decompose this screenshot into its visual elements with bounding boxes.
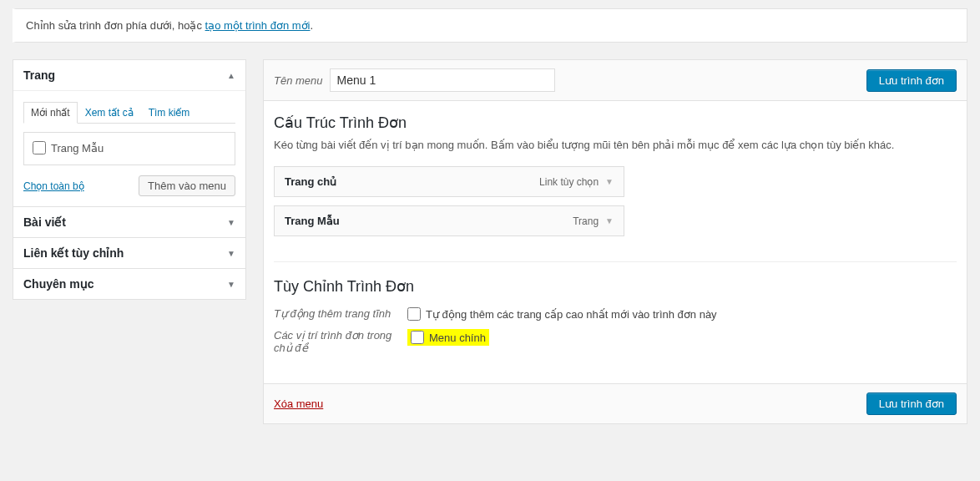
menu-settings: Tùy Chỉnh Trình Đơn Tự động thêm trang t… xyxy=(274,261,957,354)
metabox-header-pages[interactable]: Trang ▲ xyxy=(13,60,245,91)
metabox-title: Trang xyxy=(23,68,55,82)
setting-auto-add: Tự động thêm trang tĩnh Tự động thêm các… xyxy=(274,307,957,321)
menu-footer: Xóa menu Lưu trình đơn xyxy=(264,383,967,423)
metabox-header-posts[interactable]: Bài viết ▼ xyxy=(13,207,245,237)
location-checkbox[interactable] xyxy=(411,331,424,344)
metabox-body-pages: Mới nhất Xem tất cả Tìm kiếm Trang Mẫu C… xyxy=(13,91,245,206)
structure-title: Cấu Trúc Trình Đơn xyxy=(274,114,957,132)
tab-search[interactable]: Tìm kiếm xyxy=(141,102,198,124)
auto-add-checkbox[interactable] xyxy=(407,307,421,321)
menu-item-title: Trang chủ xyxy=(285,175,336,188)
tab-view-all[interactable]: Xem tất cả xyxy=(78,102,141,124)
menu-item-type: Trang ▼ xyxy=(573,215,614,227)
metabox-title: Liên kết tùy chỉnh xyxy=(23,246,124,260)
metabox-posts: Bài viết ▼ xyxy=(13,207,246,238)
auto-add-desc: Tự động thêm các trang cấp cao nhất mới … xyxy=(426,308,717,321)
setting-locations: Các vị trí trình đơn trong chủ đề Menu c… xyxy=(274,329,957,354)
select-all-link[interactable]: Chọn toàn bộ xyxy=(23,180,84,192)
notice-text-prefix: Chỉnh sửa trình đơn phía dưới, hoặc xyxy=(26,19,205,32)
locations-label: Các vị trí trình đơn trong chủ đề xyxy=(274,329,399,354)
menu-item[interactable]: Trang Mẫu Trang ▼ xyxy=(274,205,624,236)
expand-icon: ▼ xyxy=(227,218,235,227)
structure-desc: Kéo từng bài viết đến vị trí bạn mong mu… xyxy=(274,139,957,151)
location-option-highlight: Menu chính xyxy=(407,329,489,346)
save-menu-button-bottom[interactable]: Lưu trình đơn xyxy=(866,392,957,415)
menu-item-title: Trang Mẫu xyxy=(285,215,340,227)
menu-item-type: Link tùy chọn ▼ xyxy=(539,176,614,188)
metabox-title: Bài viết xyxy=(23,215,66,229)
metabox-pages: Trang ▲ Mới nhất Xem tất cả Tìm kiếm Tra… xyxy=(13,59,246,207)
metabox-header-categories[interactable]: Chuyên mục ▼ xyxy=(13,269,245,299)
metabox-actions: Chọn toàn bộ Thêm vào menu xyxy=(23,175,235,196)
page-item-label: Trang Mẫu xyxy=(51,142,104,154)
metabox-custom-links: Liên kết tùy chỉnh ▼ xyxy=(13,238,246,269)
page-subtabs: Mới nhất Xem tất cả Tìm kiếm xyxy=(23,101,235,124)
metabox-header-custom-links[interactable]: Liên kết tùy chỉnh ▼ xyxy=(13,238,245,268)
tab-recent[interactable]: Mới nhất xyxy=(23,102,78,124)
create-new-menu-link[interactable]: tạo một trình đơn mới xyxy=(205,19,311,32)
menu-body: Cấu Trúc Trình Đơn Kéo từng bài viết đến… xyxy=(264,101,967,383)
save-menu-button-top[interactable]: Lưu trình đơn xyxy=(866,69,957,92)
menu-edit-area: Tên menu Lưu trình đơn Cấu Trúc Trình Đơ… xyxy=(263,59,967,424)
expand-icon: ▼ xyxy=(227,249,235,258)
collapse-icon: ▲ xyxy=(227,71,235,80)
page-item[interactable]: Trang Mẫu xyxy=(33,141,226,154)
menu-name-input[interactable] xyxy=(330,68,555,92)
menu-header: Tên menu Lưu trình đơn xyxy=(264,60,967,101)
menu-name-label: Tên menu xyxy=(274,74,323,87)
menu-item[interactable]: Trang chủ Link tùy chọn ▼ xyxy=(274,166,624,197)
sidebar: Trang ▲ Mới nhất Xem tất cả Tìm kiếm Tra… xyxy=(13,59,246,300)
settings-title: Tùy Chỉnh Trình Đơn xyxy=(274,277,957,296)
expand-icon: ▼ xyxy=(227,280,235,289)
page-checkbox[interactable] xyxy=(33,141,46,154)
chevron-down-icon[interactable]: ▼ xyxy=(605,216,614,225)
auto-add-label: Tự động thêm trang tĩnh xyxy=(274,307,399,320)
notice-bar: Chỉnh sửa trình đơn phía dưới, hoặc tạo … xyxy=(13,8,967,43)
notice-text-suffix: . xyxy=(310,19,313,32)
delete-menu-link[interactable]: Xóa menu xyxy=(274,397,323,410)
chevron-down-icon[interactable]: ▼ xyxy=(605,177,614,186)
add-to-menu-button[interactable]: Thêm vào menu xyxy=(139,175,235,196)
location-option-label: Menu chính xyxy=(429,332,486,344)
metabox-title: Chuyên mục xyxy=(23,277,93,291)
page-list: Trang Mẫu xyxy=(23,132,235,165)
metabox-categories: Chuyên mục ▼ xyxy=(13,269,246,300)
